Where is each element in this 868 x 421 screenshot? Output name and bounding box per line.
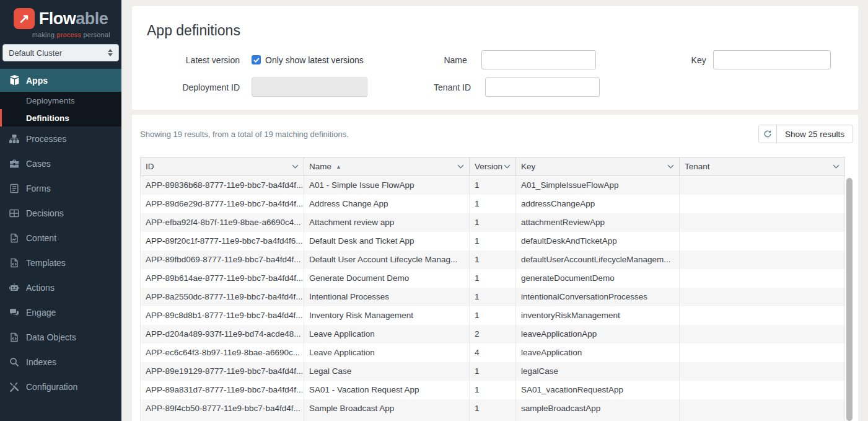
cell-key: defaultDeskAndTicketApp [516, 232, 680, 250]
chevron-down-icon[interactable] [833, 164, 840, 169]
sidebar-item-engage[interactable]: Engage [0, 300, 121, 325]
main-content: App definitions Latest version Only show… [121, 0, 868, 421]
cell-key: SA01_vacationRequestApp [516, 381, 680, 399]
cell-id: APP-89836b68-8777-11e9-bbc7-ba4fd4f... [141, 176, 304, 195]
chevron-down-icon[interactable] [504, 164, 511, 169]
sidebar-item-label: Actions [26, 283, 55, 293]
table-row[interactable]: APP-efba92f4-8b7f-11e9-8bae-a6690c4... A… [141, 213, 845, 232]
sidebar-item-processes[interactable]: Processes [0, 126, 121, 151]
cell-tenant [680, 399, 845, 418]
table-row-partial [141, 418, 845, 421]
column-header-key[interactable]: Key [516, 157, 680, 176]
sidebar-item-actions[interactable]: Actions [0, 275, 121, 300]
column-header-tenant[interactable]: Tenant [680, 157, 845, 176]
cell-key: leaveApplicationApp [516, 325, 680, 343]
sidebar-item-label: Decisions [26, 208, 64, 218]
cell-tenant [680, 195, 845, 213]
name-input[interactable] [481, 50, 596, 69]
cell-name: Generate Document Demo [304, 269, 470, 288]
cell-name: Attachment review app [304, 213, 470, 232]
table-row[interactable]: APP-89836b68-8777-11e9-bbc7-ba4fd4f... A… [141, 176, 845, 195]
robot-icon [9, 283, 20, 293]
column-header-version[interactable]: Version [470, 157, 516, 176]
cell-version: 1 [470, 195, 516, 213]
sidebar-item-data-objects[interactable]: Data Objects [0, 325, 121, 350]
cell-version: 1 [470, 250, 516, 269]
cell-tenant [680, 176, 845, 195]
chevron-down-icon[interactable] [292, 164, 299, 169]
chevron-down-icon[interactable] [457, 164, 464, 169]
table-row[interactable]: APP-8a2550dc-8777-11e9-bbc7-ba4fd4f... I… [141, 288, 845, 306]
cluster-select[interactable]: Default Cluster [2, 44, 119, 61]
sidebar-item-forms[interactable]: Forms [0, 176, 121, 201]
cell-id: APP-89fbd069-8777-11e9-bbc7-ba4fd4f... [141, 250, 304, 269]
column-header-id[interactable]: ID [141, 157, 304, 176]
sidebar-item-apps[interactable]: Apps [0, 69, 121, 92]
sidebar-item-configuration[interactable]: Configuration [0, 374, 121, 399]
cell-version: 1 [470, 399, 516, 418]
cell-id: APP-ec6c64f3-8b97-11e9-8bae-a6690c... [141, 343, 304, 362]
tenant-id-input[interactable] [485, 78, 600, 97]
chevron-down-icon[interactable] [667, 164, 674, 169]
refresh-icon [763, 130, 772, 138]
sidebar-item-label: Deployments [26, 96, 75, 105]
cell-key: sampleBroadcastApp [516, 399, 680, 418]
cell-key: inventoryRiskManagement [516, 306, 680, 325]
sidebar-item-indexes[interactable]: Indexes [0, 350, 121, 374]
cell-version: 1 [470, 381, 516, 399]
cell-key: addressChangeApp [516, 195, 680, 213]
sidebar-item-label: Configuration [26, 382, 77, 392]
table-row[interactable]: APP-89a831d7-8777-11e9-bbc7-ba4fd4f... S… [141, 381, 845, 399]
sidebar-item-label: Forms [26, 184, 51, 193]
latest-version-field: Only show latest versions [252, 55, 364, 65]
cell-name: Sample Broadcast App [304, 399, 470, 418]
show-results-button[interactable]: Show 25 results [776, 125, 853, 143]
key-input[interactable] [713, 50, 831, 69]
cell-id: APP-89a831d7-8777-11e9-bbc7-ba4fd4f... [141, 381, 304, 399]
sidebar-item-content[interactable]: Content [0, 226, 121, 250]
cell-key: intentionalConversationProcesses [516, 288, 680, 306]
brand-tagline: making process personal [32, 31, 110, 38]
sidebar-item-deployments[interactable]: Deployments [0, 92, 121, 109]
table-row[interactable]: APP-89e19129-8777-11e9-bbc7-ba4fd4f... L… [141, 362, 845, 381]
results-bar: Showing 19 results, from a total of 19 m… [140, 125, 853, 143]
table-row[interactable]: APP-89f20c1f-8777-11e9-bbc7-ba4fd4f6... … [141, 232, 845, 250]
sidebar-item-decisions[interactable]: Decisions [0, 201, 121, 226]
cell-id: APP-89c8d8b1-8777-11e9-bbc7-ba4fd4f... [141, 306, 304, 325]
check-icon [253, 58, 260, 63]
table-row[interactable]: APP-d204a489-937f-11e9-bd74-acde48... Le… [141, 325, 845, 343]
table-row[interactable]: APP-89d6e29d-8777-11e9-bbc7-ba4fd4f... A… [141, 195, 845, 213]
refresh-button[interactable] [758, 125, 777, 143]
cell-version: 2 [470, 325, 516, 343]
cell-name: A01 - Simple Issue FlowApp [304, 176, 470, 195]
table-row[interactable]: APP-89fbd069-8777-11e9-bbc7-ba4fd4f... D… [141, 250, 845, 269]
cell-id: APP-89b614ae-8777-11e9-bbc7-ba4fd4f... [141, 269, 304, 288]
cell-version: 1 [470, 232, 516, 250]
cell-version: 1 [470, 176, 516, 195]
flowable-arrow-icon: ↗ [14, 8, 35, 29]
table-row[interactable]: APP-89b614ae-8777-11e9-bbc7-ba4fd4f... G… [141, 269, 845, 288]
filter-panel: App definitions Latest version Only show… [132, 6, 858, 110]
results-summary: Showing 19 results, from a total of 19 m… [140, 130, 349, 139]
latest-version-checkbox[interactable] [252, 55, 261, 64]
file-code-icon [9, 332, 20, 342]
cell-id: APP-89f4cb50-8777-11e9-bbc7-ba4fd4f... [141, 399, 304, 418]
table-scrollbar[interactable] [846, 178, 853, 421]
sidebar-item-definitions[interactable]: Definitions [0, 109, 121, 126]
cell-id: APP-d204a489-937f-11e9-bd74-acde48... [141, 325, 304, 343]
table-row[interactable]: APP-89f4cb50-8777-11e9-bbc7-ba4fd4f... S… [141, 399, 845, 418]
sidebar-item-cases[interactable]: Cases [0, 151, 121, 176]
column-header-name[interactable]: Name▲ [304, 157, 470, 176]
cell-id: APP-89e19129-8777-11e9-bbc7-ba4fd4f... [141, 362, 304, 381]
file-chart-icon [9, 233, 20, 243]
sidebar-item-templates[interactable]: Templates [0, 250, 121, 275]
table-row[interactable]: APP-89c8d8b1-8777-11e9-bbc7-ba4fd4f... I… [141, 306, 845, 325]
sidebar-item-label: Content [26, 233, 56, 243]
results-panel: Showing 19 results, from a total of 19 m… [132, 115, 858, 421]
cell-key: generateDocumentDemo [516, 269, 680, 288]
latest-version-checkbox-label: Only show latest versions [265, 55, 364, 65]
sort-ascending-icon: ▲ [336, 164, 341, 170]
table-row[interactable]: APP-ec6c64f3-8b97-11e9-8bae-a6690c... Le… [141, 343, 845, 362]
cell-name: Address Change App [304, 195, 470, 213]
sidebar-item-label: Apps [26, 76, 48, 86]
